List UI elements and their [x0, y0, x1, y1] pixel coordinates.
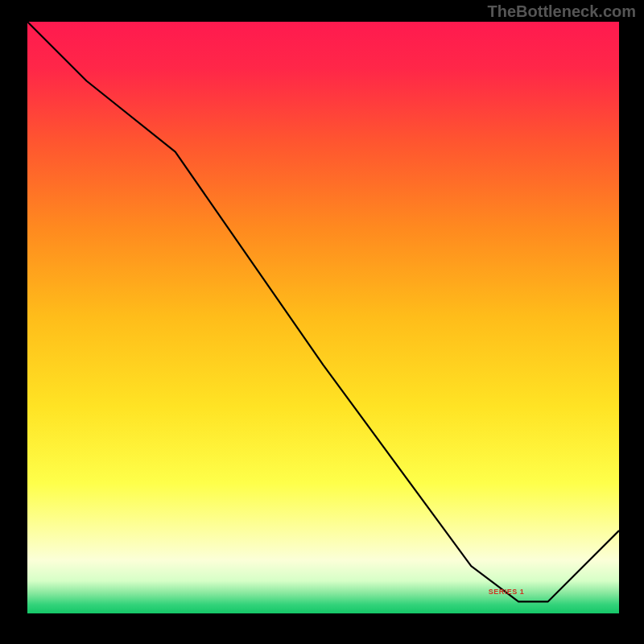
plot-area: SERIES 1 [27, 22, 619, 613]
series-label: SERIES 1 [489, 588, 525, 596]
chart-frame: TheBottleneck.com SERIES 1 [0, 0, 644, 644]
gradient-background [27, 22, 619, 613]
chart-svg [27, 22, 619, 613]
watermark-text: TheBottleneck.com [488, 2, 636, 21]
